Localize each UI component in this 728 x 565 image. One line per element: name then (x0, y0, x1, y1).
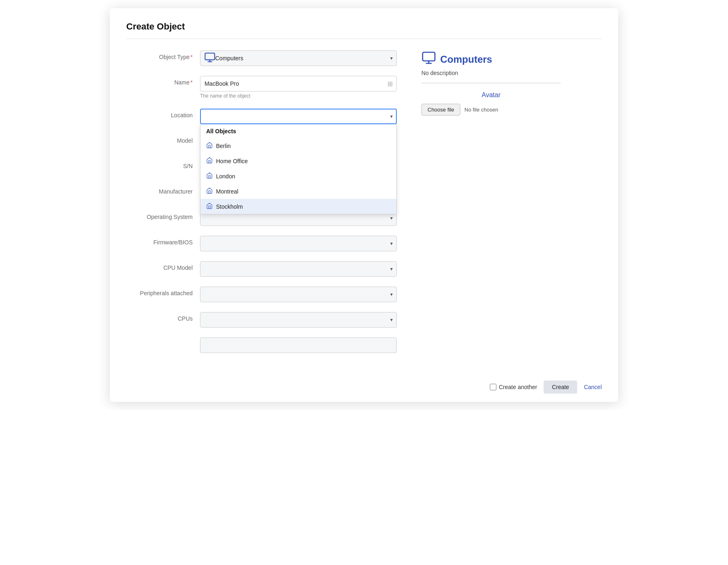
cpus-row: CPUs ▾ (126, 312, 397, 328)
london-location-icon (206, 172, 213, 180)
choose-file-button[interactable]: Choose file (421, 104, 460, 116)
name-input-wrapper: ⊞ (200, 76, 397, 91)
firmware-select-wrapper: ▾ (200, 236, 397, 251)
peripherals-select[interactable] (200, 287, 397, 302)
cpus-select[interactable] (200, 312, 397, 328)
name-label: Name* (126, 76, 200, 86)
object-type-label: Object Type* (126, 50, 200, 60)
extra-field (200, 337, 397, 353)
no-file-chosen-text: No file chosen (464, 107, 498, 113)
location-option-stockholm[interactable]: Stockholm (200, 199, 396, 214)
location-field: ▾ All Objects Berlin (200, 109, 397, 124)
firmware-field: ▾ (200, 236, 397, 251)
location-option-all-objects[interactable]: All Objects (200, 124, 396, 138)
cpu-model-select[interactable] (200, 261, 397, 277)
name-input[interactable] (200, 76, 397, 91)
location-row: Location ▾ All Objects (126, 109, 397, 124)
name-field: ⊞ The name of the object (200, 76, 397, 99)
berlin-label: Berlin (216, 143, 231, 149)
manufacturer-label: Manufacturer (126, 185, 200, 195)
home-office-location-icon (206, 157, 213, 165)
cpu-model-field: ▾ (200, 261, 397, 277)
create-another-label: Create another (499, 384, 537, 390)
peripherals-row: Peripherals attached ▾ (126, 287, 397, 302)
cpu-model-row: CPU Model ▾ (126, 261, 397, 277)
computer-select-icon (204, 52, 216, 65)
create-another-row: Create another (490, 384, 537, 390)
object-type-field: Computers Servers Printers Phones ▾ (200, 50, 397, 66)
peripherals-select-wrapper: ▾ (200, 287, 397, 302)
title-divider (126, 39, 602, 39)
dialog-body: Object Type* Computers (126, 50, 602, 363)
cpu-model-label: CPU Model (126, 261, 200, 271)
avatar-section-title: Avatar (421, 91, 561, 99)
montreal-label: Montreal (216, 188, 238, 195)
right-panel: Computers No description Avatar Choose f… (421, 50, 561, 363)
create-another-checkbox[interactable] (490, 384, 496, 390)
peripherals-label: Peripherals attached (126, 287, 200, 296)
name-row: Name* ⊞ The name of the object (126, 76, 397, 99)
right-panel-title: Computers (440, 54, 492, 65)
svg-rect-0 (205, 53, 214, 60)
object-type-select-wrapper: Computers Servers Printers Phones ▾ (200, 50, 397, 66)
extra-input[interactable] (200, 337, 397, 353)
right-panel-description: No description (421, 70, 561, 76)
cancel-button[interactable]: Cancel (584, 384, 602, 390)
os-label: Operating System (126, 210, 200, 220)
model-label: Model (126, 134, 200, 144)
all-objects-label: All Objects (206, 128, 236, 134)
sn-label: S/N (126, 159, 200, 169)
right-panel-divider (421, 83, 561, 83)
avatar-file-row: Choose file No file chosen (421, 104, 561, 116)
dialog-title: Create Object (126, 21, 602, 32)
peripherals-field: ▾ (200, 287, 397, 302)
svg-rect-3 (423, 52, 435, 61)
right-panel-computer-icon (421, 50, 436, 68)
left-panel: Object Type* Computers (126, 50, 397, 363)
location-option-montreal[interactable]: Montreal (200, 184, 396, 199)
cpu-model-select-wrapper: ▾ (200, 261, 397, 277)
firmware-row: Firmware/BIOS ▾ (126, 236, 397, 251)
extra-label (126, 337, 200, 341)
create-button[interactable]: Create (544, 380, 577, 394)
berlin-location-icon (206, 142, 213, 150)
home-office-label: Home Office (216, 158, 248, 164)
stockholm-location-icon (206, 203, 213, 210)
create-object-dialog: Create Object Object Type* (110, 8, 618, 402)
location-input[interactable] (200, 109, 397, 124)
object-type-row: Object Type* Computers (126, 50, 397, 66)
firmware-label: Firmware/BIOS (126, 236, 200, 246)
location-option-berlin[interactable]: Berlin (200, 138, 396, 153)
name-hint: The name of the object (200, 93, 397, 99)
stockholm-label: Stockholm (216, 203, 243, 210)
cpus-label: CPUs (126, 312, 200, 322)
firmware-select[interactable] (200, 236, 397, 251)
location-label: Location (126, 109, 200, 118)
location-option-home-office[interactable]: Home Office (200, 153, 396, 169)
cpus-field: ▾ (200, 312, 397, 328)
object-type-select[interactable]: Computers Servers Printers Phones (200, 50, 397, 66)
location-option-london[interactable]: London (200, 169, 396, 184)
extra-row (126, 337, 397, 353)
montreal-location-icon (206, 187, 213, 195)
dialog-footer: Create another Create Cancel (490, 380, 602, 394)
name-input-grid-icon: ⊞ (387, 80, 393, 88)
right-panel-header: Computers (421, 50, 561, 68)
london-label: London (216, 173, 235, 180)
location-dropdown: All Objects Berlin (200, 124, 397, 214)
cpus-select-wrapper: ▾ (200, 312, 397, 328)
